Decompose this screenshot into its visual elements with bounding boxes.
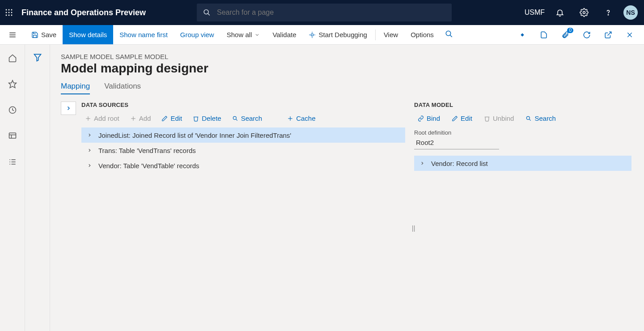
hamburger-icon[interactable] — [0, 25, 25, 44]
help-icon[interactable] — [599, 4, 617, 21]
global-search[interactable] — [197, 4, 452, 21]
add-label: Add — [139, 115, 151, 122]
gear-icon[interactable] — [575, 4, 593, 21]
find-button[interactable] — [440, 25, 458, 43]
root-definition-value[interactable]: Root2 — [414, 137, 499, 149]
clock-icon[interactable] — [4, 101, 21, 119]
bell-icon[interactable] — [551, 4, 569, 21]
diamond-icon[interactable] — [513, 26, 531, 44]
search-icon — [203, 8, 211, 17]
top-bar: Finance and Operations Preview USMF NS — [0, 0, 644, 25]
tree-row[interactable]: JoinedList: Joined Record list of 'Vendo… — [81, 127, 405, 143]
data-model-actions: Bind Edit Unbind Search — [414, 113, 631, 124]
tree-row[interactable]: Vendor: Record list — [414, 156, 631, 171]
chevron-right-icon[interactable] — [85, 133, 94, 137]
data-sources-tree: JoinedList: Joined Record list of 'Vendo… — [81, 127, 405, 173]
show-details-button[interactable]: Show details — [63, 25, 113, 44]
tree-row-label: JoinedList: Joined Record list of 'Vendo… — [98, 132, 291, 139]
modules-icon[interactable] — [4, 153, 21, 171]
bind-button[interactable]: Bind — [414, 113, 444, 124]
chevron-right-icon[interactable] — [85, 163, 94, 168]
unbind-button[interactable]: Unbind — [480, 113, 518, 124]
svg-point-21 — [446, 31, 451, 36]
close-button[interactable] — [621, 26, 639, 44]
ds-edit-label: Edit — [170, 115, 182, 122]
link-icon — [418, 115, 424, 122]
dm-search-button[interactable]: Search — [522, 113, 559, 124]
svg-point-4 — [8, 12, 10, 13]
command-bar: Save Show details Show name first Group … — [0, 25, 644, 45]
save-label: Save — [41, 31, 56, 38]
global-search-input[interactable] — [217, 8, 445, 17]
svg-point-12 — [608, 14, 608, 15]
ds-search-button[interactable]: Search — [229, 113, 266, 124]
pencil-icon — [161, 115, 168, 122]
tree-row-label: Vendor: Table 'VendTable' records — [98, 162, 199, 170]
data-sources-panel: DATA SOURCES Add root Add — [61, 102, 405, 331]
svg-line-22 — [450, 35, 452, 37]
tab-validations[interactable]: Validations — [104, 82, 141, 94]
tree-row-label: Vendor: Record list — [431, 160, 488, 167]
app-title: Finance and Operations Preview — [18, 8, 197, 17]
add-root-button[interactable]: Add root — [81, 113, 123, 124]
svg-line-44 — [236, 119, 237, 121]
plus-icon — [287, 115, 293, 122]
start-debugging-label: Start Debugging — [318, 31, 367, 38]
refresh-button[interactable] — [578, 26, 596, 44]
document-icon[interactable] — [535, 26, 553, 44]
popout-button[interactable] — [599, 26, 617, 44]
validate-button[interactable]: Validate — [266, 25, 302, 44]
badge-count: 0 — [567, 28, 573, 33]
tree-row-label: Trans: Table 'VendTrans' records — [98, 147, 196, 154]
company-code[interactable]: USMF — [525, 8, 545, 17]
tree-row[interactable]: Trans: Table 'VendTrans' records — [81, 143, 405, 158]
chevron-down-icon — [254, 32, 260, 38]
svg-point-0 — [6, 9, 7, 11]
group-view-button[interactable]: Group view — [174, 25, 220, 44]
view-menu[interactable]: View — [377, 25, 404, 44]
show-all-label: Show all — [227, 31, 252, 38]
attachments-button[interactable]: 0 — [556, 26, 574, 44]
search-icon — [525, 115, 532, 122]
svg-marker-27 — [8, 81, 16, 88]
tree-row[interactable]: Vendor: Table 'VendTable' records — [81, 158, 405, 173]
svg-rect-29 — [9, 133, 16, 138]
expand-types-button[interactable] — [61, 102, 76, 115]
close-icon — [626, 31, 633, 38]
save-button[interactable]: Save — [25, 25, 63, 44]
svg-line-10 — [208, 13, 210, 15]
chevron-right-icon — [66, 106, 71, 111]
svg-line-24 — [608, 32, 611, 35]
start-debugging-button[interactable]: Start Debugging — [302, 25, 373, 44]
dm-edit-button[interactable]: Edit — [448, 113, 476, 124]
chevron-right-icon[interactable] — [418, 161, 427, 166]
trash-icon — [484, 115, 490, 122]
workspace-icon[interactable] — [4, 127, 21, 145]
data-model-heading: DATA MODEL — [414, 102, 631, 108]
add-button[interactable]: Add — [127, 113, 155, 124]
save-icon — [31, 31, 38, 38]
svg-marker-38 — [34, 54, 41, 61]
cache-button[interactable]: Cache — [284, 113, 319, 124]
svg-point-16 — [311, 34, 314, 36]
data-model-tree: Vendor: Record list — [414, 156, 631, 171]
star-icon[interactable] — [4, 75, 21, 93]
tab-mapping[interactable]: Mapping — [61, 82, 90, 94]
show-all-dropdown[interactable]: Show all — [220, 25, 267, 44]
refresh-icon — [583, 31, 591, 39]
home-icon[interactable] — [4, 49, 21, 67]
breadcrumb: SAMPLE MODEL SAMPLE MODEL — [61, 53, 633, 60]
plus-icon — [130, 115, 136, 122]
show-name-first-button[interactable]: Show name first — [113, 25, 174, 44]
waffle-icon[interactable] — [0, 4, 18, 21]
svg-line-48 — [530, 119, 531, 121]
filter-icon[interactable] — [33, 53, 42, 331]
svg-point-5 — [11, 12, 13, 13]
splitter-handle[interactable]: || — [412, 225, 415, 232]
options-menu[interactable]: Options — [404, 25, 440, 44]
ds-edit-button[interactable]: Edit — [158, 113, 186, 124]
ds-delete-button[interactable]: Delete — [189, 113, 225, 124]
svg-point-11 — [583, 12, 585, 14]
chevron-right-icon[interactable] — [85, 148, 94, 153]
avatar[interactable]: NS — [623, 5, 638, 20]
